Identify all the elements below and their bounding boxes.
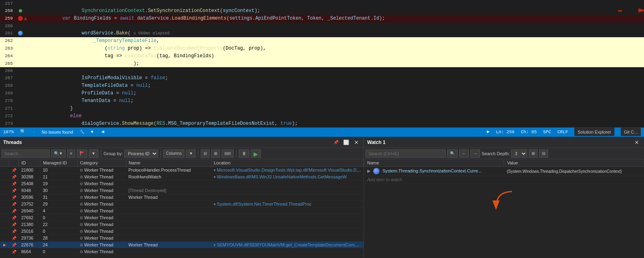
row-managed-id: 0 [40,248,77,255]
row-category: ⚙Worker Thread [77,187,126,194]
add-item-label[interactable]: Add item to watch [367,177,402,182]
git-changes-button[interactable]: Git C... [621,128,641,136]
thread-row-3[interactable]: 📌 9348 30 ⚙Worker Thread [Thread Destroy… [0,187,364,194]
scroll-arrow-right[interactable]: ► [487,129,490,135]
thread-row-8[interactable]: 📌 21380 22 ⚙Worker Thread [0,221,364,228]
thread-row-12[interactable]: 📌 8664 0 ⚙Worker Thread [0,248,364,255]
row-category: ⚙Worker Thread [77,242,126,248]
row-name [126,248,211,255]
threads-table: ID Managed ID Category Name Location 📌 2… [0,159,364,255]
watch-col-value-header[interactable]: Value [504,159,644,167]
thread-row-7[interactable]: 📌 27692 0 ⚙Worker Thread [0,214,364,221]
solution-explorer-button[interactable]: Solution Explorer [574,128,614,136]
watch-search-icon[interactable]: 🔍 [447,150,458,158]
row-pin: 📌 [9,208,19,214]
columns-button[interactable]: Columns [163,150,184,158]
col-location-header[interactable]: Location [211,159,364,167]
row-name [126,221,211,228]
row-name [126,208,211,214]
spacing: SPC [543,130,551,134]
row-managed-id: 28 [40,235,77,242]
row-category: ⚙Worker Thread [77,201,126,208]
row-managed-id: 4 [40,208,77,214]
flag-button[interactable]: 🚩 [77,150,87,158]
col-managed-id-header[interactable]: Managed ID [40,159,77,167]
row-name [126,180,211,187]
row-category: ⚙Worker Thread [77,174,126,180]
thread-row-11[interactable]: ► 📌 22676 24 ⚙Worker Thread Worker Threa… [0,242,364,248]
zoom-level: 107% [3,130,14,134]
row-pin: 📌 [9,214,19,221]
list-view-button[interactable]: ≡ [67,150,75,158]
thread-row-9[interactable]: 📌 25016 0 ⚙Worker Thread [0,228,364,235]
watch-row-1-name[interactable]: ▶ System.Threading.SynchronizationContex… [364,167,504,176]
play-button[interactable]: ▶ [251,150,261,158]
dropdown-arrow[interactable]: ▼ [91,130,94,134]
close-threads-button[interactable]: ✕ [352,139,360,146]
thread-row-4[interactable]: 📌 30596 31 ⚙Worker Thread Worker Thread [0,194,364,201]
row-managed-id: 10 [40,167,77,174]
watch-expand-icon[interactable]: ▶ [367,168,370,173]
row-location [211,221,364,228]
row-id: 25016 [19,228,40,235]
watch-add-row: Add item to watch [364,176,644,184]
row-location [211,180,364,187]
row-pin: 📌 [9,228,19,235]
scrollbar-arrow-left[interactable]: ◄ [102,129,104,135]
show-all-button[interactable]: ⊟⊟ [222,150,234,158]
separator-1 [101,150,101,157]
row-pin: 📌 [9,242,19,248]
nav-back-button[interactable]: ← [459,150,469,158]
thread-row-1[interactable]: 📌 30288 11 ⚙Worker Thread RootHwndWatch … [0,174,364,180]
pause-button[interactable]: ⏸ [239,150,249,158]
zoom-icon: 🔍 [20,129,26,135]
watch-filter-button[interactable]: ⊟ [539,150,548,158]
close-watch-button[interactable]: ✕ [633,139,641,146]
thread-row-5[interactable]: 📌 23752 29 ⚙Worker Thread ▾ System.dll!S… [0,201,364,208]
col-indicator [0,159,9,167]
separator-4 [236,150,236,157]
search-depth-select[interactable]: 3 [511,150,527,158]
row-managed-id: 30 [40,187,77,194]
expand-all-button[interactable]: ⊞ [211,150,220,158]
columns-dropdown[interactable]: ▼ [186,150,196,158]
watch-col-name-header[interactable]: Name [364,159,504,167]
status-right: ► Ln: 259 Ch: 65 SPC CRLF Solution Explo… [487,128,641,136]
nav-forward-button[interactable]: → [470,150,480,158]
row-location [211,248,364,255]
watch-arrow-row [364,184,644,217]
search-icon-btn[interactable]: 🔍▼ [51,150,66,158]
row-name [126,201,211,208]
row-category: ⚙Worker Thread [77,221,126,228]
tools-icon[interactable]: 🔧 [80,130,84,134]
pin-button[interactable]: 📌 [332,140,340,144]
row-pin: 📌 [9,180,19,187]
thread-row-10[interactable]: 📌 29736 28 ⚙Worker Thread [0,235,364,242]
threads-search-input[interactable] [2,150,50,158]
separator-3 [198,150,198,157]
row-current-indicator [0,180,9,187]
row-category: ⚙Worker Thread [77,167,126,174]
row-id: 23752 [19,201,40,208]
row-current-indicator [0,167,9,174]
group-by-select[interactable]: Process ID [124,150,158,158]
row-id: 30288 [19,174,40,180]
row-location [211,228,364,235]
collapse-all-button[interactable]: ⊟ [201,150,210,158]
row-category: ⚙Worker Thread [77,194,126,201]
thread-row-6[interactable]: 📌 26940 4 ⚙Worker Thread [0,208,364,214]
col-name-header[interactable]: Name [126,159,211,167]
col-id-header[interactable]: ID [19,159,40,167]
watch-row-1: ▶ System.Threading.SynchronizationContex… [364,167,644,176]
watch-add-item[interactable]: Add item to watch [364,176,644,184]
code-editor[interactable]: 257 258 SynchronizationContext.SetSynchr… [0,0,644,127]
float-button[interactable]: ⬜ [342,139,351,146]
col-category-header[interactable]: Category [77,159,126,167]
watch-options-button[interactable]: ⊞ [529,150,538,158]
flag-dropdown[interactable]: ▼ [89,150,98,158]
thread-row-0[interactable]: 📌 21800 10 ⚙Worker Thread ProtocolHandle… [0,167,364,174]
row-category: ⚙Worker Thread [77,214,126,221]
thread-row-2[interactable]: 📌 25408 19 ⚙Worker Thread [0,180,364,187]
watch-search-input[interactable] [366,150,446,158]
threads-panel-title: Threads [3,140,22,145]
